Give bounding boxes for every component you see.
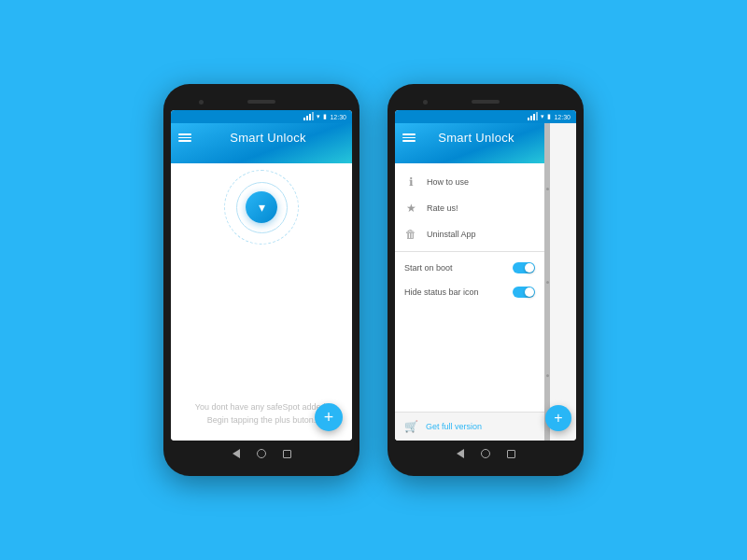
drawer-item-how-to-use[interactable]: ℹ How to use [395,169,544,195]
start-on-boot-knob [525,263,534,273]
drawer-divider-1 [395,251,544,252]
phone2-fab-button[interactable]: + [545,405,571,431]
phone2-signal-icon [528,113,538,120]
info-icon: ℹ [404,175,417,189]
phone2-camera [423,100,428,105]
start-on-boot-row: Start on boot [395,256,544,280]
toggle-section: Start on boot Hide status bar icon [395,256,544,304]
phone1: ▾ ▮ 12:30 Smart Unlock ▾ [163,84,359,476]
drawer-header-top: Smart Unlock [402,131,537,145]
phone2-speaker [472,100,500,104]
phone1-status-bar: ▾ ▮ 12:30 [171,110,352,123]
phone2-recents-button[interactable] [507,450,515,458]
drawer-menu-items: ℹ How to use ★ Rate us! 🗑 Uninstall App [395,163,544,412]
wifi-icon-container: ▾ [246,191,277,223]
uninstall-label: Uninstall App [427,230,476,239]
phone2-screen: ▾ ▮ 12:30 Smart Unlock [395,110,576,441]
phone1-app-header: Smart Unlock [171,123,352,163]
drawer-hamburger-button[interactable] [402,133,416,142]
hide-status-bar-toggle[interactable] [513,287,535,298]
wifi-icon: ▾ [317,113,320,120]
phone1-top-bar [171,93,352,110]
hamburger-line-3 [178,140,191,142]
start-on-boot-label: Start on boot [404,263,453,273]
phone1-recents-button[interactable] [283,450,291,458]
drawer-hamburger-line-2 [402,137,416,139]
phone2-bottom-bar [395,441,576,467]
drawer-hamburger-line-1 [402,133,416,135]
scroll-dot-2 [546,281,549,284]
drawer-app-title: Smart Unlock [416,131,537,145]
phone1-bottom-bar [171,441,352,467]
hamburger-line-2 [178,137,191,139]
phone1-camera [199,100,204,105]
how-to-use-label: How to use [427,177,469,187]
phone1-hamburger-button[interactable] [178,133,191,142]
drawer-header: Smart Unlock [395,123,544,163]
hide-status-bar-label: Hide status bar icon [404,287,479,297]
phone1-home-button[interactable] [257,449,266,458]
phone2-status-bar: ▾ ▮ 12:30 [395,110,576,123]
phone2-status-time: 12:30 [554,114,571,120]
phone1-back-button[interactable] [233,449,240,458]
rate-us-label: Rate us! [427,203,458,213]
hide-status-bar-row: Hide status bar icon [395,280,544,304]
phone1-speaker [247,100,275,104]
phone2: ▾ ▮ 12:30 Smart Unlock [388,84,584,476]
drawer-footer[interactable]: 🛒 Get full version [395,412,544,441]
cart-icon: 🛒 [404,420,418,433]
signal-icon [303,113,314,120]
phone1-header-top: Smart Unlock [178,131,345,145]
hide-status-bar-knob [525,287,534,297]
phone2-wifi-icon: ▾ [541,113,544,120]
start-on-boot-toggle[interactable] [513,262,535,273]
star-icon: ★ [404,202,417,215]
phone1-fab-button[interactable]: + [315,403,343,431]
phone2-battery-icon: ▮ [547,113,551,120]
scrollbar-area [544,123,550,441]
phone2-back-button[interactable] [457,449,464,458]
phone1-screen: ▾ ▮ 12:30 Smart Unlock ▾ [171,110,352,441]
wifi-circle-mid [236,182,288,233]
status-time: 12:30 [330,114,346,120]
hamburger-line-1 [178,133,191,135]
scroll-dot-3 [546,374,549,377]
drawer-hamburger-line-3 [402,140,416,142]
phone1-content: ▾ You dont have any safeSpot added. Begi… [171,163,352,441]
battery-icon: ▮ [323,113,327,120]
drawer-item-rate-us[interactable]: ★ Rate us! [395,195,544,221]
phone2-home-button[interactable] [481,449,490,458]
trash-icon: 🗑 [404,228,417,241]
get-full-version-label: Get full version [426,422,482,431]
phone2-top-bar [395,93,576,110]
scroll-dot-1 [546,188,549,190]
phone1-app-title: Smart Unlock [191,131,345,145]
phone2-main: Smart Unlock ℹ How to use ★ Rate us! [395,123,576,441]
drawer-item-uninstall[interactable]: 🗑 Uninstall App [395,221,544,247]
navigation-drawer: Smart Unlock ℹ How to use ★ Rate us! [395,123,544,441]
empty-text: You dont have any safeSpot added. Begin … [195,401,328,427]
